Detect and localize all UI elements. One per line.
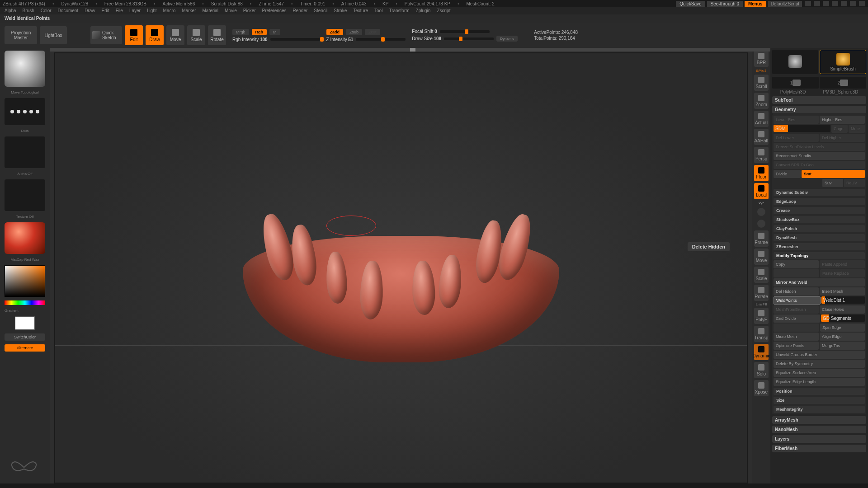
- quicksave-button[interactable]: QuickSave: [676, 1, 705, 7]
- menu-zplugin[interactable]: Zplugin: [416, 8, 431, 14]
- crease-header[interactable]: Crease: [774, 207, 865, 214]
- weld-points-button[interactable]: WeldPoints: [774, 296, 821, 305]
- higher-res-button[interactable]: Higher Res: [820, 116, 865, 124]
- scale-view-button[interactable]: Scale: [754, 267, 769, 283]
- dynamic-toggle[interactable]: Dynamic: [496, 36, 518, 42]
- convert-bpr-button[interactable]: Convert BPR To Geo: [774, 161, 865, 169]
- del-hidden-button[interactable]: Del Hidden: [774, 287, 819, 296]
- tool-thumb-polymesh[interactable]: 1: [772, 77, 819, 89]
- reconstruct-subdiv-button[interactable]: Reconstruct Subdiv: [774, 152, 865, 160]
- seethrough-slider[interactable]: See-through 0: [707, 1, 743, 7]
- tool-thumb-simplebrush[interactable]: SimpleBrush: [820, 50, 866, 74]
- menu-zscript[interactable]: Zscript: [437, 8, 450, 14]
- gd-segments-slider[interactable]: GD Segments: [821, 314, 865, 322]
- optimize-points-button[interactable]: Optimize Points: [774, 342, 819, 350]
- color-picker[interactable]: [5, 265, 45, 297]
- grid-divide-button[interactable]: Grid Divide: [774, 314, 820, 323]
- menu-edit[interactable]: Edit: [102, 8, 109, 14]
- smt-toggle[interactable]: Smt: [802, 170, 865, 178]
- modify-topology-header[interactable]: Modify Topology: [774, 252, 865, 259]
- m-toggle[interactable]: M: [269, 29, 280, 35]
- menu-color[interactable]: Color: [41, 8, 52, 14]
- paste-replace-button[interactable]: Paste Replace: [820, 269, 865, 277]
- menu-macro[interactable]: Macro: [163, 8, 176, 14]
- scale-mode-button[interactable]: Scale: [187, 25, 205, 45]
- edit-mode-button[interactable]: Edit: [125, 25, 143, 45]
- zremesher-header[interactable]: ZRemesher: [774, 243, 865, 250]
- del-higher-button[interactable]: Del Higher: [820, 134, 865, 142]
- bpr-button[interactable]: BPR: [754, 51, 769, 67]
- actual-button[interactable]: Actual: [754, 111, 769, 127]
- brush-thumbnail[interactable]: [5, 51, 45, 87]
- alternate-button[interactable]: Alternate: [5, 344, 45, 352]
- rgb-intensity-slider[interactable]: [270, 38, 320, 41]
- menu-texture[interactable]: Texture: [353, 8, 368, 14]
- zadd-toggle[interactable]: Zadd: [326, 29, 344, 35]
- freeze-subdiv-button[interactable]: Freeze SubDivision Levels: [774, 143, 865, 151]
- position-header[interactable]: Position: [774, 388, 865, 395]
- hue-strip[interactable]: [5, 300, 45, 305]
- claypolish-header[interactable]: ClayPolish: [774, 225, 865, 232]
- stroke-thumbnail[interactable]: [5, 98, 45, 125]
- spix-slider[interactable]: SPix 3: [756, 69, 766, 73]
- sdiv-slider[interactable]: SDiv: [774, 125, 830, 132]
- spin-edge-button[interactable]: Spin Edge: [820, 324, 865, 332]
- weld-dist-slider[interactable]: WeldDist 1: [821, 296, 865, 304]
- rotate-mode-button[interactable]: Rotate: [208, 25, 226, 45]
- menus-toggle[interactable]: Menus: [745, 1, 766, 7]
- menu-material[interactable]: Material: [203, 8, 219, 14]
- rotate-view-widget[interactable]: [757, 208, 765, 216]
- polyf-button[interactable]: PolyF: [754, 308, 769, 324]
- mesh-from-brush-button[interactable]: MeshFromBrush: [774, 305, 819, 314]
- nanomesh-panel-header[interactable]: NanoMesh: [772, 426, 866, 433]
- reuv-button[interactable]: ReUV: [844, 179, 865, 187]
- equalize-edge-button[interactable]: Equalize Edge Length: [774, 378, 865, 386]
- quicksketch-button[interactable]: QuickSketch: [90, 26, 122, 44]
- menu-stencil[interactable]: Stencil: [314, 8, 327, 14]
- aahalf-button[interactable]: AAHalf: [754, 129, 769, 145]
- delete-by-symmetry-button[interactable]: Delete By Symmetry: [774, 360, 865, 368]
- scroll-button[interactable]: Scroll: [754, 75, 769, 91]
- dynamic-subdiv-header[interactable]: Dynamic Subdiv: [774, 189, 865, 196]
- default-script[interactable]: DefaultZScript: [768, 1, 802, 7]
- menu-marker[interactable]: Marker: [182, 8, 196, 14]
- insert-mesh-button[interactable]: Insert Mesh: [820, 287, 865, 296]
- cage-button[interactable]: Cage: [831, 125, 848, 133]
- alpha-thumbnail[interactable]: [5, 136, 45, 168]
- zoom-button[interactable]: Zoom: [754, 93, 769, 109]
- menu-alpha[interactable]: Alpha: [5, 8, 16, 14]
- viewport-canvas[interactable]: [54, 52, 748, 483]
- minimize-button[interactable]: [841, 1, 847, 6]
- paste-append-button[interactable]: Paste Append: [820, 260, 865, 268]
- shadowbox-header[interactable]: ShadowBox: [774, 216, 865, 223]
- xyz-label[interactable]: xyz: [759, 201, 764, 205]
- layers-panel-header[interactable]: Layers: [772, 435, 866, 443]
- color-swatch[interactable]: [15, 316, 35, 330]
- subtool-panel-header[interactable]: SubTool: [772, 96, 866, 104]
- tool-thumb-pmsphere[interactable]: 2: [820, 77, 866, 89]
- focal-shift-slider[interactable]: [440, 30, 490, 33]
- close-holes-button[interactable]: Close Holes: [820, 305, 865, 314]
- tray-button[interactable]: [814, 1, 820, 6]
- timeline-strip[interactable]: [50, 48, 770, 52]
- arraymesh-panel-header[interactable]: ArrayMesh: [772, 416, 866, 424]
- menu-transform[interactable]: Transform: [389, 8, 409, 14]
- menu-picker[interactable]: Picker: [243, 8, 256, 14]
- edgeloop-header[interactable]: EdgeLoop: [774, 198, 865, 205]
- restore-button[interactable]: [850, 1, 856, 6]
- rgb-toggle[interactable]: Rgb: [252, 29, 267, 35]
- menu-movie[interactable]: Movie: [225, 8, 237, 14]
- floor-button[interactable]: Floor: [754, 165, 769, 181]
- dynamesh-header[interactable]: DynaMesh: [774, 234, 865, 241]
- close-button[interactable]: [859, 1, 865, 6]
- unweld-groups-button[interactable]: Unweld Groups Border: [774, 351, 865, 359]
- target-widget[interactable]: [757, 220, 765, 228]
- dynamic-view-button[interactable]: Dynamic: [754, 344, 769, 360]
- menu-tool[interactable]: Tool: [374, 8, 382, 14]
- micro-mesh-button[interactable]: Micro Mesh: [774, 333, 819, 341]
- draw-size-slider[interactable]: [444, 38, 494, 40]
- menu-draw[interactable]: Draw: [85, 8, 95, 14]
- material-thumbnail[interactable]: [5, 222, 45, 254]
- tray-button[interactable]: [823, 1, 829, 6]
- meshintegrity-header[interactable]: MeshIntegrity: [774, 406, 865, 413]
